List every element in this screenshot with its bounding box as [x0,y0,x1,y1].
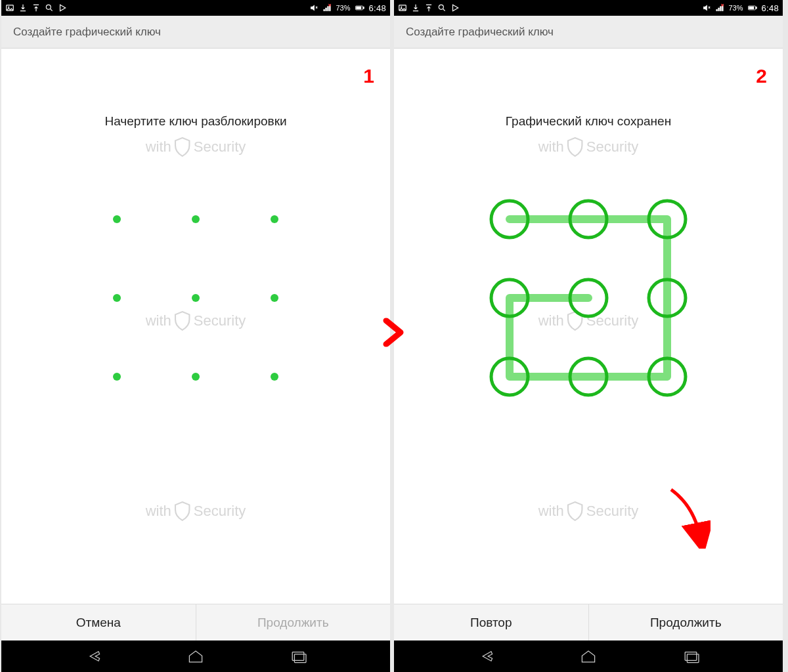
shield-icon [567,137,584,157]
home-icon[interactable] [185,648,206,665]
signal-icon [715,3,724,12]
svg-point-18 [401,7,402,8]
page-title: Создайте графический ключ [406,26,554,39]
pattern-grid[interactable] [477,186,700,410]
pattern-path [510,219,667,377]
shield-icon [174,137,191,157]
play-icon [450,3,460,12]
svg-point-7 [192,215,200,223]
volume-mute-icon [702,3,711,12]
watermark: with Security [146,137,246,157]
svg-point-19 [439,5,443,9]
instruction-text: Начертите ключ разблокировки [1,114,390,129]
watermark: with Security [538,137,639,157]
play-icon [58,3,67,12]
step-number-badge: 2 [756,65,767,87]
svg-point-8 [271,215,278,223]
content-area: 1 Начертите ключ разблокировки with Secu… [1,49,390,604]
retry-button[interactable]: Повтор [394,604,589,640]
status-icons-right: 73% 6:48 [702,3,779,13]
gallery-icon [5,3,14,12]
phone-screen-2: 73% 6:48 Создайте графический ключ 2 Гра… [394,0,783,672]
annotation-arrow [665,486,711,551]
step-number-badge: 1 [363,65,374,87]
svg-point-13 [192,373,200,381]
clock-text: 6:48 [761,3,779,13]
svg-point-6 [113,215,121,223]
back-icon[interactable] [83,648,104,665]
instruction-text: Графический ключ сохранен [394,114,783,129]
status-bar: 73% 6:48 [394,0,783,16]
svg-point-14 [271,373,278,381]
volume-mute-icon [309,3,318,12]
status-icons-left [398,3,460,12]
content-area: 2 Графический ключ сохранен with Securit… [394,49,783,604]
page-title: Создайте графический ключ [13,26,161,39]
phone-screen-1: 73% 6:48 Создайте графический ключ 1 Нач… [1,0,390,672]
watermark: with Security [146,501,246,521]
android-nav-bar [394,640,783,672]
upload-icon [32,3,41,12]
home-icon[interactable] [578,648,599,665]
download-icon [18,3,28,12]
svg-point-10 [192,294,200,302]
signal-icon [322,3,332,12]
footer-bar: Повтор Продолжить [394,604,783,640]
status-icons-right: 73% 6:48 [309,3,386,13]
battery-percent: 73% [336,4,350,12]
status-icons-left [5,3,67,12]
back-icon[interactable] [475,648,496,665]
svg-rect-22 [756,7,757,9]
svg-point-12 [113,373,121,381]
title-bar: Создайте графический ключ [394,16,783,49]
android-nav-bar [1,640,390,672]
cancel-button[interactable]: Отмена [1,604,196,640]
svg-point-9 [113,294,121,302]
svg-rect-5 [363,7,364,9]
recent-apps-icon[interactable] [288,648,309,665]
pattern-dots [113,215,278,381]
upload-icon [424,3,433,12]
title-bar: Создайте графический ключ [1,16,390,49]
clock-text: 6:48 [368,3,386,13]
continue-button[interactable]: Продолжить [196,604,391,640]
continue-button[interactable]: Продолжить [589,604,783,640]
svg-point-2 [46,5,51,9]
recent-apps-icon[interactable] [680,648,701,665]
search-icon [437,3,447,12]
footer-bar: Отмена Продолжить [1,604,390,640]
svg-point-11 [271,294,278,302]
gallery-icon [398,3,407,12]
download-icon [411,3,420,12]
shield-icon [567,501,584,521]
search-icon [45,3,54,12]
battery-icon [355,3,364,12]
battery-icon [748,3,757,12]
svg-rect-4 [357,7,362,9]
pattern-grid[interactable] [84,186,307,410]
svg-rect-21 [749,7,755,9]
status-bar: 73% 6:48 [1,0,390,16]
battery-percent: 73% [728,4,743,12]
shield-icon [174,501,191,521]
watermark: with Security [538,501,639,521]
svg-point-1 [8,7,9,8]
